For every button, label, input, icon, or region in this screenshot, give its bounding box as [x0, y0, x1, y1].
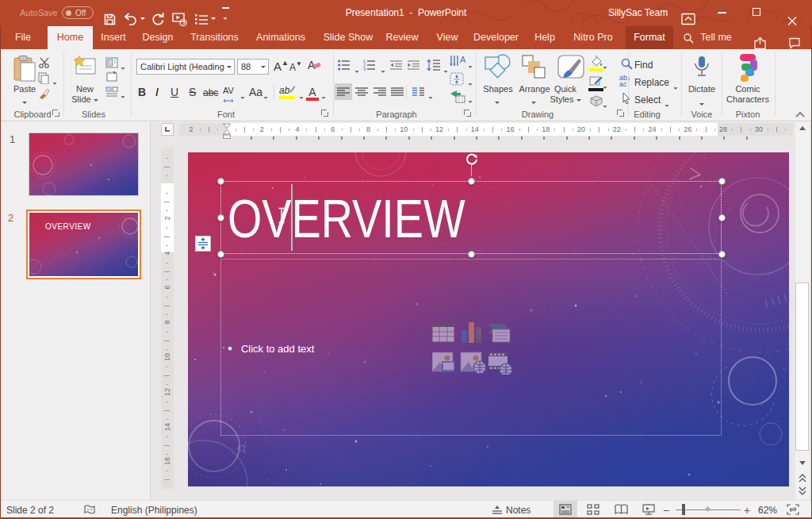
svg-text:3: 3: [363, 67, 366, 71]
svg-text:A: A: [460, 55, 466, 64]
